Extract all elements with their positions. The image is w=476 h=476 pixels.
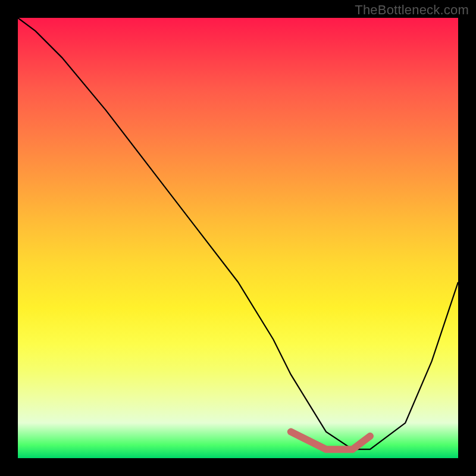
curve-path	[18, 18, 458, 449]
plot-area	[18, 18, 458, 458]
watermark-text: TheBottleneck.com	[355, 2, 469, 18]
chart-frame: TheBottleneck.com	[0, 0, 476, 476]
curve-svg	[18, 18, 458, 458]
